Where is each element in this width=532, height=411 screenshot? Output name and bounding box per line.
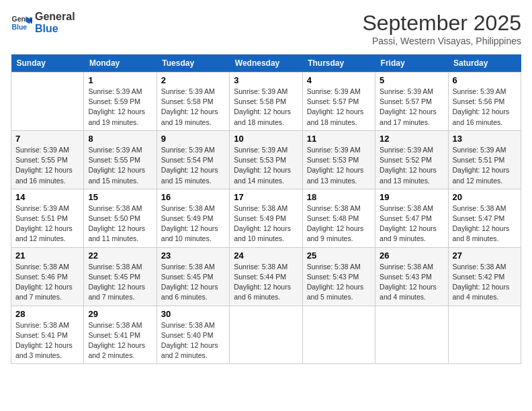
column-header-saturday: Saturday <box>448 54 521 73</box>
calendar-cell: 15Sunrise: 5:38 AM Sunset: 5:50 PM Dayli… <box>84 189 157 247</box>
calendar-cell: 27Sunrise: 5:38 AM Sunset: 5:42 PM Dayli… <box>448 247 521 306</box>
day-info: Sunrise: 5:38 AM Sunset: 5:45 PM Dayligh… <box>161 262 225 303</box>
week-row-5: 28Sunrise: 5:38 AM Sunset: 5:41 PM Dayli… <box>11 306 521 364</box>
day-number: 27 <box>453 250 517 261</box>
calendar-cell: 3Sunrise: 5:39 AM Sunset: 5:58 PM Daylig… <box>230 73 302 131</box>
day-info: Sunrise: 5:39 AM Sunset: 5:51 PM Dayligh… <box>15 203 79 244</box>
day-info: Sunrise: 5:38 AM Sunset: 5:41 PM Dayligh… <box>88 320 152 361</box>
day-number: 17 <box>234 192 298 202</box>
calendar-cell: 21Sunrise: 5:38 AM Sunset: 5:46 PM Dayli… <box>11 247 84 306</box>
day-number: 22 <box>88 250 152 261</box>
day-number: 15 <box>88 192 152 202</box>
calendar-cell: 12Sunrise: 5:39 AM Sunset: 5:52 PM Dayli… <box>375 130 448 189</box>
svg-text:Blue: Blue <box>12 23 28 30</box>
column-header-wednesday: Wednesday <box>230 54 302 73</box>
calendar-cell: 11Sunrise: 5:39 AM Sunset: 5:53 PM Dayli… <box>302 130 375 189</box>
day-info: Sunrise: 5:38 AM Sunset: 5:40 PM Dayligh… <box>161 320 225 361</box>
header-row: SundayMondayTuesdayWednesdayThursdayFrid… <box>11 54 521 73</box>
day-number: 14 <box>15 192 79 202</box>
calendar-cell: 16Sunrise: 5:38 AM Sunset: 5:49 PM Dayli… <box>157 189 229 247</box>
calendar-cell: 17Sunrise: 5:38 AM Sunset: 5:49 PM Dayli… <box>230 189 302 247</box>
day-info: Sunrise: 5:39 AM Sunset: 5:59 PM Dayligh… <box>88 87 152 128</box>
calendar-cell: 18Sunrise: 5:38 AM Sunset: 5:48 PM Dayli… <box>302 189 375 247</box>
day-info: Sunrise: 5:38 AM Sunset: 5:45 PM Dayligh… <box>88 262 152 303</box>
day-number: 23 <box>161 250 225 261</box>
day-info: Sunrise: 5:39 AM Sunset: 5:57 PM Dayligh… <box>307 87 371 128</box>
title-section: September 2025 Passi, Western Visayas, P… <box>362 11 521 46</box>
calendar-cell: 20Sunrise: 5:38 AM Sunset: 5:47 PM Dayli… <box>448 189 521 247</box>
day-info: Sunrise: 5:38 AM Sunset: 5:49 PM Dayligh… <box>234 203 298 244</box>
day-info: Sunrise: 5:39 AM Sunset: 5:53 PM Dayligh… <box>234 145 298 186</box>
week-row-1: 1Sunrise: 5:39 AM Sunset: 5:59 PM Daylig… <box>11 73 521 131</box>
calendar-cell: 24Sunrise: 5:38 AM Sunset: 5:44 PM Dayli… <box>230 247 302 306</box>
day-info: Sunrise: 5:39 AM Sunset: 5:55 PM Dayligh… <box>88 145 152 186</box>
calendar-cell: 10Sunrise: 5:39 AM Sunset: 5:53 PM Dayli… <box>230 130 302 189</box>
calendar-table: SundayMondayTuesdayWednesdayThursdayFrid… <box>11 54 521 364</box>
day-number: 1 <box>88 75 152 85</box>
day-number: 2 <box>161 75 225 85</box>
calendar-cell: 22Sunrise: 5:38 AM Sunset: 5:45 PM Dayli… <box>84 247 157 306</box>
calendar-cell: 26Sunrise: 5:38 AM Sunset: 5:43 PM Dayli… <box>375 247 448 306</box>
calendar-cell: 30Sunrise: 5:38 AM Sunset: 5:40 PM Dayli… <box>157 306 229 364</box>
day-info: Sunrise: 5:39 AM Sunset: 5:53 PM Dayligh… <box>307 145 371 186</box>
day-number: 8 <box>88 134 152 144</box>
calendar-cell: 9Sunrise: 5:39 AM Sunset: 5:54 PM Daylig… <box>157 130 229 189</box>
day-info: Sunrise: 5:38 AM Sunset: 5:44 PM Dayligh… <box>234 262 298 303</box>
calendar-cell: 28Sunrise: 5:38 AM Sunset: 5:41 PM Dayli… <box>11 306 84 364</box>
day-info: Sunrise: 5:39 AM Sunset: 5:55 PM Dayligh… <box>15 145 79 186</box>
day-number: 20 <box>453 192 517 202</box>
location-title: Passi, Western Visayas, Philippines <box>362 36 521 46</box>
day-info: Sunrise: 5:39 AM Sunset: 5:54 PM Dayligh… <box>161 145 225 186</box>
day-info: Sunrise: 5:38 AM Sunset: 5:43 PM Dayligh… <box>380 262 443 303</box>
calendar-cell <box>448 306 521 364</box>
day-info: Sunrise: 5:38 AM Sunset: 5:47 PM Dayligh… <box>380 203 443 244</box>
calendar-cell <box>11 73 84 131</box>
day-info: Sunrise: 5:38 AM Sunset: 5:48 PM Dayligh… <box>307 203 371 244</box>
logo-text-blue: Blue <box>35 23 75 35</box>
calendar-cell <box>375 306 448 364</box>
day-number: 16 <box>161 192 225 202</box>
day-info: Sunrise: 5:39 AM Sunset: 5:57 PM Dayligh… <box>380 87 443 128</box>
column-header-tuesday: Tuesday <box>157 54 229 73</box>
day-number: 5 <box>380 75 443 85</box>
day-number: 28 <box>15 309 79 319</box>
day-info: Sunrise: 5:38 AM Sunset: 5:43 PM Dayligh… <box>307 262 371 303</box>
logo: General Blue General Blue <box>11 11 75 34</box>
logo-text-general: General <box>35 11 75 23</box>
calendar-cell: 29Sunrise: 5:38 AM Sunset: 5:41 PM Dayli… <box>84 306 157 364</box>
day-number: 30 <box>161 309 225 319</box>
day-info: Sunrise: 5:38 AM Sunset: 5:42 PM Dayligh… <box>453 262 517 303</box>
day-number: 9 <box>161 134 225 144</box>
day-number: 25 <box>307 250 371 261</box>
day-number: 4 <box>307 75 371 85</box>
calendar-cell: 2Sunrise: 5:39 AM Sunset: 5:58 PM Daylig… <box>157 73 229 131</box>
day-number: 26 <box>380 250 443 261</box>
day-number: 10 <box>234 134 298 144</box>
column-header-thursday: Thursday <box>302 54 375 73</box>
month-title: September 2025 <box>362 11 521 36</box>
calendar-cell: 25Sunrise: 5:38 AM Sunset: 5:43 PM Dayli… <box>302 247 375 306</box>
page-header: General Blue General Blue September 2025… <box>11 11 521 46</box>
day-info: Sunrise: 5:38 AM Sunset: 5:50 PM Dayligh… <box>88 203 152 244</box>
calendar-cell: 7Sunrise: 5:39 AM Sunset: 5:55 PM Daylig… <box>11 130 84 189</box>
day-number: 6 <box>453 75 517 85</box>
calendar-cell: 13Sunrise: 5:39 AM Sunset: 5:51 PM Dayli… <box>448 130 521 189</box>
day-number: 29 <box>88 309 152 319</box>
day-info: Sunrise: 5:39 AM Sunset: 5:51 PM Dayligh… <box>453 145 517 186</box>
calendar-cell <box>302 306 375 364</box>
day-info: Sunrise: 5:38 AM Sunset: 5:41 PM Dayligh… <box>15 320 79 361</box>
week-row-4: 21Sunrise: 5:38 AM Sunset: 5:46 PM Dayli… <box>11 247 521 306</box>
column-header-monday: Monday <box>84 54 157 73</box>
day-number: 24 <box>234 250 298 261</box>
day-number: 19 <box>380 192 443 202</box>
calendar-cell: 1Sunrise: 5:39 AM Sunset: 5:59 PM Daylig… <box>84 73 157 131</box>
day-number: 12 <box>380 134 443 144</box>
day-info: Sunrise: 5:38 AM Sunset: 5:49 PM Dayligh… <box>161 203 225 244</box>
calendar-cell <box>230 306 302 364</box>
calendar-cell: 6Sunrise: 5:39 AM Sunset: 5:56 PM Daylig… <box>448 73 521 131</box>
week-row-2: 7Sunrise: 5:39 AM Sunset: 5:55 PM Daylig… <box>11 130 521 189</box>
day-number: 18 <box>307 192 371 202</box>
calendar-cell: 19Sunrise: 5:38 AM Sunset: 5:47 PM Dayli… <box>375 189 448 247</box>
column-header-friday: Friday <box>375 54 448 73</box>
day-info: Sunrise: 5:38 AM Sunset: 5:46 PM Dayligh… <box>15 262 79 303</box>
